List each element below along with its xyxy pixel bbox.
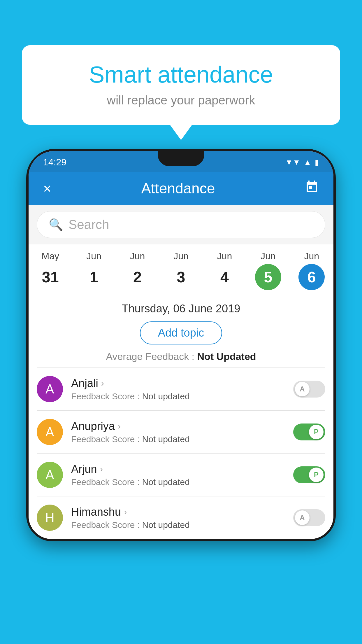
date-number[interactable]: 3 xyxy=(168,264,194,290)
search-input[interactable]: Search xyxy=(68,217,109,232)
close-button[interactable]: × xyxy=(43,181,51,197)
phone-notch xyxy=(158,151,204,166)
date-col[interactable]: Jun5 xyxy=(246,251,290,294)
student-name: Anupriya › xyxy=(71,420,285,433)
attendance-toggle[interactable]: A xyxy=(293,509,325,526)
app-header: × Attendance xyxy=(29,172,333,205)
attendance-toggle-container[interactable]: P xyxy=(293,466,325,483)
student-feedback: Feedback Score : Not updated xyxy=(71,520,285,530)
chevron-right-icon: › xyxy=(124,507,127,517)
search-bar[interactable]: 🔍 Search xyxy=(37,211,325,238)
search-container: 🔍 Search xyxy=(29,205,333,244)
toggle-thumb: P xyxy=(309,425,324,439)
student-name: Arjun › xyxy=(71,463,285,475)
student-row[interactable]: A Anjali › Feedback Score : Not updated … xyxy=(29,368,333,410)
date-number[interactable]: 31 xyxy=(37,264,64,290)
date-row: May31Jun1Jun2Jun3Jun4Jun5Jun6 xyxy=(29,244,333,294)
student-info: Arjun › Feedback Score : Not updated xyxy=(71,463,285,487)
selected-date: Thursday, 06 June 2019 xyxy=(29,302,333,315)
toggle-thumb: A xyxy=(295,382,310,396)
battery-icon: ▮ xyxy=(315,158,319,167)
attendance-toggle[interactable]: P xyxy=(293,466,325,483)
date-info: Thursday, 06 June 2019 Add topic Average… xyxy=(29,294,333,368)
student-list: A Anjali › Feedback Score : Not updated … xyxy=(29,368,333,539)
date-col[interactable]: May31 xyxy=(29,251,72,294)
feedback-value: Not updated xyxy=(142,434,189,444)
attendance-toggle-container[interactable]: A xyxy=(293,509,325,526)
date-month: Jun xyxy=(86,251,101,262)
header-title: Attendance xyxy=(141,180,215,197)
signal-icon: ▲ xyxy=(304,158,311,167)
student-feedback: Feedback Score : Not updated xyxy=(71,434,285,444)
average-feedback-value: Not Updated xyxy=(197,351,256,362)
attendance-toggle[interactable]: P xyxy=(293,424,325,440)
date-number[interactable]: 5 xyxy=(255,264,281,290)
feedback-value: Not updated xyxy=(142,520,189,530)
feedback-label: Feedback Score : xyxy=(71,434,140,444)
student-avatar: A xyxy=(37,462,63,488)
speech-bubble-title: Smart attendance xyxy=(39,61,323,88)
date-number[interactable]: 1 xyxy=(81,264,107,290)
feedback-label: Feedback Score : xyxy=(71,391,140,401)
student-row[interactable]: H Himanshu › Feedback Score : Not update… xyxy=(29,496,333,539)
date-col[interactable]: Jun3 xyxy=(159,251,203,294)
average-feedback-label: Average Feedback : xyxy=(106,351,194,362)
average-feedback: Average Feedback : Not Updated xyxy=(29,351,333,362)
speech-bubble-container: Smart attendance will replace your paper… xyxy=(22,45,340,125)
date-month: May xyxy=(41,251,59,262)
calendar-icon[interactable] xyxy=(305,180,319,197)
attendance-toggle-container[interactable]: P xyxy=(293,424,325,440)
date-month: Jun xyxy=(261,251,276,262)
date-col[interactable]: Jun1 xyxy=(72,251,115,294)
student-info: Anupriya › Feedback Score : Not updated xyxy=(71,420,285,444)
date-col[interactable]: Jun6 xyxy=(290,251,333,294)
speech-bubble-subtitle: will replace your paperwork xyxy=(39,93,323,107)
date-month: Jun xyxy=(217,251,232,262)
student-avatar: A xyxy=(37,419,63,445)
phone-container: 14:29 ▼▼ ▲ ▮ × Attendance xyxy=(26,149,336,644)
chevron-right-icon: › xyxy=(118,421,121,431)
student-avatar: H xyxy=(37,505,63,531)
attendance-toggle-container[interactable]: A xyxy=(293,381,325,398)
date-col[interactable]: Jun2 xyxy=(116,251,159,294)
student-info: Himanshu › Feedback Score : Not updated xyxy=(71,506,285,530)
date-month: Jun xyxy=(130,251,145,262)
student-feedback: Feedback Score : Not updated xyxy=(71,477,285,487)
phone-frame: 14:29 ▼▼ ▲ ▮ × Attendance xyxy=(26,149,336,541)
add-topic-button[interactable]: Add topic xyxy=(140,321,222,344)
student-row[interactable]: A Anupriya › Feedback Score : Not update… xyxy=(29,411,333,453)
chevron-right-icon: › xyxy=(100,464,103,474)
date-number[interactable]: 6 xyxy=(298,264,325,290)
date-number[interactable]: 4 xyxy=(211,264,238,290)
date-month: Jun xyxy=(304,251,319,262)
date-number[interactable]: 2 xyxy=(124,264,151,290)
chevron-right-icon: › xyxy=(101,378,104,388)
student-name: Anjali › xyxy=(71,377,285,390)
student-avatar: A xyxy=(37,376,63,402)
status-icons: ▼▼ ▲ ▮ xyxy=(285,158,319,167)
wifi-icon: ▼▼ xyxy=(285,158,300,167)
attendance-toggle[interactable]: A xyxy=(293,381,325,398)
date-month: Jun xyxy=(173,251,189,262)
student-info: Anjali › Feedback Score : Not updated xyxy=(71,377,285,401)
student-row[interactable]: A Arjun › Feedback Score : Not updated P xyxy=(29,454,333,496)
date-col[interactable]: Jun4 xyxy=(203,251,246,294)
feedback-label: Feedback Score : xyxy=(71,477,140,487)
feedback-value: Not updated xyxy=(142,477,189,487)
student-name: Himanshu › xyxy=(71,506,285,518)
speech-bubble: Smart attendance will replace your paper… xyxy=(22,45,340,125)
search-icon: 🔍 xyxy=(49,218,63,232)
toggle-thumb: P xyxy=(309,468,324,482)
feedback-value: Not updated xyxy=(142,391,189,401)
student-feedback: Feedback Score : Not updated xyxy=(71,391,285,401)
toggle-thumb: A xyxy=(295,510,310,525)
phone-screen: 14:29 ▼▼ ▲ ▮ × Attendance xyxy=(29,151,333,539)
status-time: 14:29 xyxy=(43,157,66,168)
feedback-label: Feedback Score : xyxy=(71,520,140,530)
